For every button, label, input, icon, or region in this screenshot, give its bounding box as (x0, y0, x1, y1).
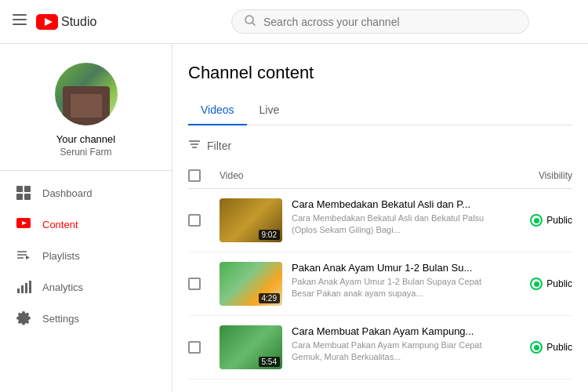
sidebar-label-settings: Settings (42, 313, 79, 325)
svg-rect-2 (13, 24, 27, 25)
studio-label: Studio (61, 15, 96, 29)
table-header: Video Visibility (188, 163, 572, 189)
sidebar-label-dashboard: Dashboard (42, 187, 93, 199)
sidebar-label-analytics: Analytics (42, 281, 83, 293)
row2-video-cell: 4:29 Pakan Anak Ayam Umur 1-2 Bulan Su..… (220, 262, 502, 306)
menu-icon[interactable] (13, 13, 27, 31)
svg-rect-0 (13, 14, 27, 16)
row3-video-info: Cara Membuat Pakan Ayam Kampung... Cara … (292, 325, 502, 364)
sidebar-item-analytics[interactable]: Analytics (0, 271, 172, 303)
channel-subname: Seruni Farm (56, 147, 115, 158)
row3-video-cell: 5:54 Cara Membuat Pakan Ayam Kampung... … (220, 325, 502, 369)
row1-title: Cara Membedakan Bekatul Asli dan P... (292, 198, 502, 210)
svg-rect-1 (13, 19, 27, 20)
row1-desc: Cara Membedakan Bekatul Asli dan Bekatul… (292, 212, 502, 237)
row2-title: Pakan Anak Ayam Umur 1-2 Bulan Su... (292, 262, 502, 274)
sidebar-item-content[interactable]: Content (0, 209, 172, 240)
row2-vis-inner (534, 281, 539, 287)
row3-title: Cara Membuat Pakan Ayam Kampung... (292, 325, 502, 337)
row2-thumbnail: 4:29 (220, 262, 282, 306)
svg-rect-9 (16, 194, 23, 200)
row3-vis-dot (530, 341, 543, 354)
svg-marker-16 (26, 256, 30, 260)
svg-rect-17 (17, 289, 20, 293)
content-icon (16, 216, 31, 232)
playlists-icon (16, 248, 31, 263)
filter-icon (188, 138, 201, 154)
svg-rect-8 (24, 186, 31, 192)
search-wrapper[interactable] (231, 9, 529, 34)
row2-vis-dot (530, 278, 543, 290)
sidebar-label-playlists: Playlists (42, 250, 80, 262)
body: Your channel Seruni Farm Dashboard (0, 44, 588, 392)
header-visibility: Visibility (502, 170, 572, 181)
tab-videos[interactable]: Videos (188, 96, 247, 125)
row1-vis-dot (530, 214, 543, 227)
settings-icon (16, 310, 31, 326)
row3-desc: Cara Membuat Pakan Ayam Kampung Biar Cep… (292, 339, 502, 364)
row1-video-cell: 9:02 Cara Membedakan Bekatul Asli dan P.… (220, 198, 502, 242)
row3-vis-inner (534, 345, 539, 350)
row2-checkbox[interactable] (188, 278, 201, 290)
tabs: Videos Live (188, 96, 572, 125)
svg-line-6 (252, 23, 255, 25)
row3-duration: 5:54 (259, 357, 280, 367)
table-row: 5:54 Cara Membuat Pakan Ayam Kampung... … (188, 316, 572, 379)
search-icon (245, 15, 256, 28)
row3-checkbox[interactable] (188, 341, 201, 354)
svg-rect-19 (25, 283, 27, 293)
row2-duration: 4:29 (259, 293, 280, 303)
row2-vis-label: Public (546, 278, 572, 289)
analytics-icon (16, 279, 31, 295)
svg-rect-18 (21, 285, 24, 293)
row1-checkbox[interactable] (188, 214, 201, 227)
sidebar-item-settings[interactable]: Settings (0, 303, 172, 334)
row3-thumbnail: 5:54 (220, 325, 282, 369)
main-content: Channel content Videos Live Filter Video (172, 44, 588, 392)
header-video: Video (220, 170, 502, 181)
row1-thumbnail: 9:02 (220, 198, 282, 242)
sidebar-label-content: Content (42, 219, 78, 230)
avatar (55, 63, 118, 125)
nav-items: Dashboard Content (0, 171, 172, 340)
filter-label: Filter (207, 140, 231, 152)
row2-visibility: Public (502, 278, 572, 290)
channel-info: Your channel Seruni Farm (0, 44, 172, 171)
sidebar-item-playlists[interactable]: Playlists (0, 240, 172, 271)
row1-duration: 9:02 (259, 230, 280, 240)
channel-name: Your channel (56, 133, 115, 145)
row1-video-info: Cara Membedakan Bekatul Asli dan P... Ca… (292, 198, 502, 237)
search-bar (185, 9, 575, 34)
dashboard-icon (16, 185, 31, 201)
tab-live[interactable]: Live (247, 96, 292, 125)
row1-vis-inner (534, 218, 539, 223)
row2-desc: Pakan Anak Ayam Umur 1-2 Bulan Supaya Ce… (292, 276, 502, 300)
youtube-logo: Studio (36, 14, 96, 30)
svg-rect-10 (24, 194, 31, 200)
sidebar-item-dashboard[interactable]: Dashboard (0, 177, 172, 209)
sidebar: Your channel Seruni Farm Dashboard (0, 44, 172, 392)
page-title: Channel content (188, 63, 572, 83)
header: Studio (0, 0, 588, 44)
row2-video-info: Pakan Anak Ayam Umur 1-2 Bulan Su... Pak… (292, 262, 502, 300)
table-row: 9:02 Cara Membedakan Bekatul Asli dan P.… (188, 189, 572, 252)
row1-vis-label: Public (546, 215, 572, 226)
row1-visibility: Public (502, 214, 572, 227)
svg-rect-20 (29, 281, 31, 293)
row3-vis-label: Public (546, 342, 572, 353)
svg-rect-7 (16, 186, 23, 192)
select-all-checkbox[interactable] (188, 169, 201, 182)
table-row: 4:29 Pakan Anak Ayam Umur 1-2 Bulan Su..… (188, 252, 572, 316)
header-left: Studio (13, 13, 185, 31)
row3-visibility: Public (502, 341, 572, 354)
filter-row[interactable]: Filter (188, 132, 572, 160)
search-input[interactable] (263, 16, 516, 28)
